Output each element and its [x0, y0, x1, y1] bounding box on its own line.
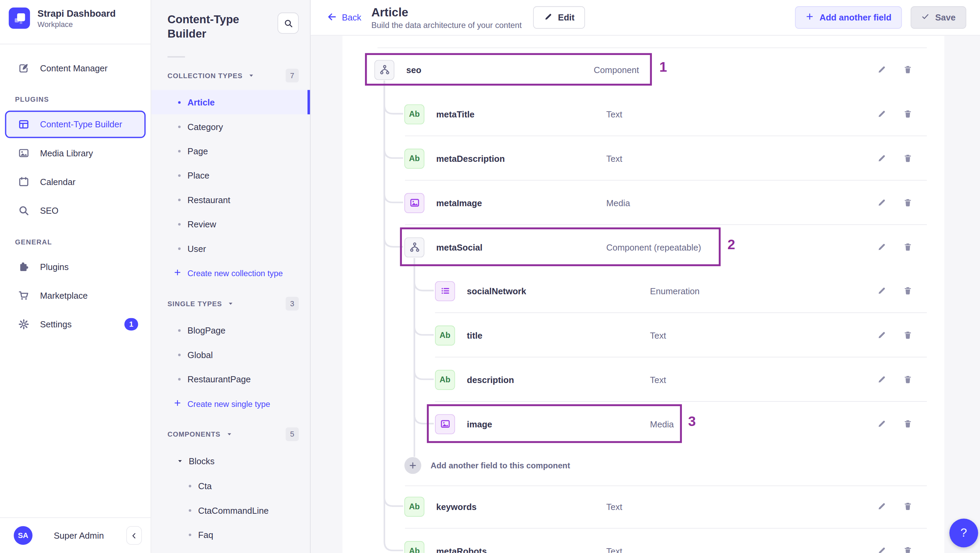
plus-icon [404, 457, 421, 474]
row-actions [876, 242, 912, 252]
panel-item-restaurant[interactable]: Restaurant [151, 188, 310, 211]
avatar[interactable]: SA [14, 526, 32, 545]
panel-section-header[interactable]: COLLECTION TYPES7 [151, 61, 310, 90]
notification-badge: 1 [124, 318, 138, 331]
field-row-title: AbtitleText [342, 313, 945, 358]
nav-item-label: Marketplace [40, 291, 88, 300]
field-row-metaSocial: metaSocialComponent (repeatable) [342, 225, 945, 269]
nav-item-label: Plugins [40, 262, 68, 272]
create-new-link[interactable]: Create new collection type [151, 261, 310, 285]
field-type: Text [606, 109, 622, 119]
puzzle-icon [18, 261, 30, 273]
content-type-builder-panel: Content-Type Builder COLLECTION TYPES7Ar… [151, 0, 311, 553]
create-new-link[interactable]: Create new single type [151, 391, 310, 416]
pen-icon [18, 62, 30, 75]
panel-item-restaurantpage[interactable]: RestaurantPage [151, 367, 310, 391]
chevron-down-icon [177, 456, 183, 466]
pencil-icon[interactable] [876, 330, 886, 340]
nav-item-media-library[interactable]: Media Library [5, 139, 146, 167]
annotation-number-2: 2 [728, 237, 735, 253]
panel-item-page[interactable]: Page [151, 138, 310, 163]
nav-item-content-type-builder[interactable]: Content-Type Builder [5, 111, 146, 138]
strapi-logo[interactable] [9, 8, 30, 29]
nav-item-label: Content-Type Builder [40, 119, 122, 129]
edit-label: Edit [558, 13, 574, 22]
text-icon: Ab [435, 370, 455, 390]
nav-item-label: SEO [40, 205, 58, 215]
nav-item-plugins[interactable]: Plugins [5, 253, 146, 281]
nav-item-settings[interactable]: Settings1 [5, 311, 146, 338]
panel-item-user[interactable]: User [151, 236, 310, 261]
trash-icon[interactable] [902, 330, 912, 340]
fields-card: seoComponentAbmetaTitleTextAbmetaDescrip… [342, 35, 945, 553]
field-row-socialNetwork: socialNetworkEnumeration [342, 269, 945, 313]
panel-item-faq[interactable]: Faq [151, 522, 310, 547]
trash-icon[interactable] [902, 375, 912, 385]
main-area: Back Article Build the data architecture… [311, 0, 980, 553]
trash-icon[interactable] [902, 419, 912, 429]
panel-item-cta[interactable]: Cta [151, 474, 310, 498]
panel-item-article[interactable]: Article [151, 90, 310, 114]
panel-section-header[interactable]: SINGLE TYPES3 [151, 289, 310, 318]
pencil-icon[interactable] [876, 153, 886, 163]
pencil-icon[interactable] [876, 198, 886, 208]
plus-icon [174, 268, 181, 278]
panel-item-global[interactable]: Global [151, 342, 310, 367]
pencil-icon[interactable] [876, 286, 886, 296]
field-type: Text [606, 153, 622, 163]
panel-item-category[interactable]: Category [151, 114, 310, 138]
back-label: Back [342, 13, 361, 22]
save-label: Save [935, 13, 956, 22]
field-type: Text [650, 330, 666, 340]
text-field-glyph: Ab [409, 154, 420, 163]
nav-item-content-manager[interactable]: Content Manager [5, 54, 146, 82]
add-field-to-component-button[interactable]: Add another field to this component [404, 457, 570, 474]
pencil-icon[interactable] [876, 546, 886, 553]
plus-icon [806, 13, 814, 22]
nav-item-marketplace[interactable]: Marketplace [5, 281, 146, 309]
panel-item-blogpage[interactable]: BlogPage [151, 318, 310, 342]
row-actions [876, 65, 912, 75]
edit-button[interactable]: Edit [533, 6, 585, 29]
pencil-icon[interactable] [876, 501, 886, 512]
field-name: metaSocial [436, 242, 482, 252]
add-another-field-button[interactable]: Add another field [795, 6, 902, 29]
chevron-down-icon [226, 429, 232, 440]
trash-icon[interactable] [902, 501, 912, 512]
layout-icon [18, 118, 30, 131]
arrow-left-icon [327, 12, 337, 24]
pencil-icon[interactable] [876, 375, 886, 385]
row-actions [876, 501, 912, 512]
count-badge: 3 [285, 297, 298, 310]
panel-item-ctacommandline[interactable]: CtaCommandLine [151, 498, 310, 522]
trash-icon[interactable] [902, 198, 912, 208]
trash-icon[interactable] [902, 546, 912, 553]
back-link[interactable]: Back [327, 12, 361, 24]
save-button[interactable]: Save [911, 6, 966, 29]
help-button[interactable]: ? [949, 518, 978, 547]
field-type: Text [606, 546, 622, 553]
page-subtitle: Build the data architecture of your cont… [371, 20, 522, 29]
panel-group-blocks[interactable]: Blocks [151, 448, 310, 474]
trash-icon[interactable] [902, 65, 912, 75]
nav-section-label: PLUGINS [0, 83, 151, 109]
field-row-metaImage: metaImageMedia [342, 181, 945, 225]
pencil-icon[interactable] [876, 419, 886, 429]
collapse-sidebar-button[interactable] [126, 526, 142, 545]
field-type: Text [650, 375, 666, 385]
pencil-icon[interactable] [876, 65, 886, 75]
chevron-down-icon [248, 70, 255, 81]
panel-section-header[interactable]: COMPONENTS5 [151, 420, 310, 448]
pencil-icon[interactable] [876, 242, 886, 252]
nav-item-seo[interactable]: SEO [5, 197, 146, 225]
panel-item-review[interactable]: Review [151, 211, 310, 236]
trash-icon[interactable] [902, 286, 912, 296]
panel-item-place[interactable]: Place [151, 163, 310, 188]
pencil-icon[interactable] [876, 109, 886, 119]
trash-icon[interactable] [902, 242, 912, 252]
trash-icon[interactable] [902, 109, 912, 119]
trash-icon[interactable] [902, 153, 912, 163]
nav-item-calendar[interactable]: Calendar [5, 168, 146, 195]
search-button[interactable] [278, 13, 299, 34]
panel-item-features[interactable]: Features [151, 547, 310, 553]
